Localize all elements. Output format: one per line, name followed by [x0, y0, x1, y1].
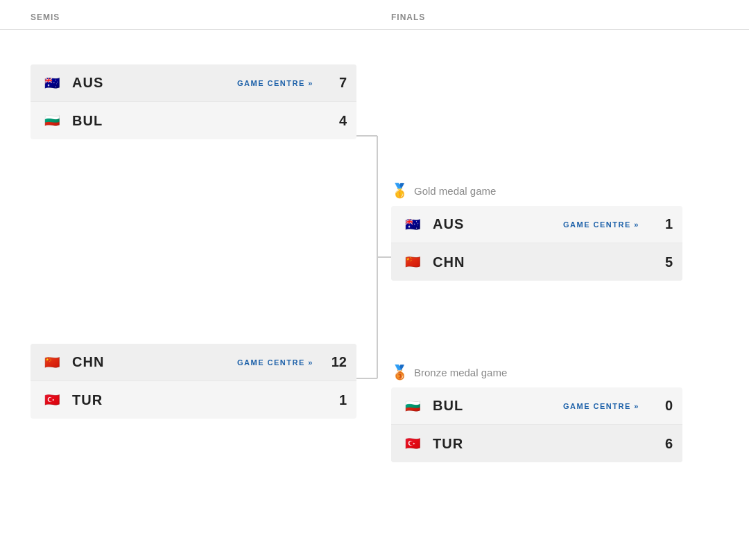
- bul-flag-2: 🇧🇬: [401, 398, 424, 414]
- semi2-team1-name: CHN: [72, 354, 237, 370]
- bronze-team1-name: BUL: [433, 398, 563, 414]
- gold-medal-icon: 🥇: [391, 182, 408, 199]
- semis-column: 🇦🇺 AUS GAME CENTRE » 7 🇧🇬 BUL 4 🇨🇳 CHN G…: [31, 30, 391, 462]
- gold-team1-name: AUS: [433, 216, 563, 232]
- semi2-team2-score: 1: [326, 392, 347, 408]
- semi2-team2-row: 🇹🇷 TUR 1: [31, 381, 356, 419]
- gold-team1-score: 1: [652, 216, 673, 232]
- bul-flag-1: 🇧🇬: [40, 112, 64, 129]
- gold-match: 🇦🇺 AUS GAME CENTRE » 1 🇨🇳 CHN 5: [391, 206, 682, 281]
- gold-team2-score: 5: [652, 254, 673, 270]
- semi1-team2-name: BUL: [72, 113, 326, 129]
- bronze-team1-score: 0: [652, 398, 673, 414]
- semi2-game-centre-link[interactable]: GAME CENTRE »: [237, 358, 313, 367]
- semi1-team1-row: 🇦🇺 AUS GAME CENTRE » 7: [31, 64, 356, 102]
- semi2-team1-score: 12: [326, 354, 347, 370]
- gold-team2-row: 🇨🇳 CHN 5: [391, 243, 682, 281]
- bronze-medal-label: 🥉 Bronze medal game: [391, 364, 718, 380]
- semis-spacer: [31, 139, 391, 344]
- bronze-team2-name: TUR: [433, 436, 652, 452]
- semi2-team2-name: TUR: [72, 392, 326, 408]
- chn-flag-1: 🇨🇳: [40, 354, 64, 371]
- semi1-team2-row: 🇧🇬 BUL 4: [31, 102, 356, 139]
- gold-medal-section: 🥇 Gold medal game 🇦🇺 AUS GAME CENTRE » 1…: [391, 182, 718, 281]
- semi1-team1-name: AUS: [72, 75, 237, 91]
- gold-team1-row: 🇦🇺 AUS GAME CENTRE » 1: [391, 206, 682, 243]
- bracket-container: 🇦🇺 AUS GAME CENTRE » 7 🇧🇬 BUL 4 🇨🇳 CHN G…: [0, 30, 749, 462]
- bronze-match: 🇧🇬 BUL GAME CENTRE » 0 🇹🇷 TUR 6: [391, 387, 682, 462]
- semi1-team2-score: 4: [326, 113, 347, 129]
- semi2-match: 🇨🇳 CHN GAME CENTRE » 12 🇹🇷 TUR 1: [31, 344, 356, 419]
- aus-flag-2: 🇦🇺: [401, 216, 424, 233]
- gold-game-centre-link[interactable]: GAME CENTRE »: [563, 220, 639, 229]
- bronze-medal-icon: 🥉: [391, 364, 408, 380]
- chn-flag-2: 🇨🇳: [401, 254, 424, 270]
- semi1-game-centre-link[interactable]: GAME CENTRE »: [237, 79, 313, 87]
- header-row: SEMIS FINALS: [0, 0, 749, 30]
- semi1-match: 🇦🇺 AUS GAME CENTRE » 7 🇧🇬 BUL 4: [31, 64, 356, 139]
- header-finals: FINALS: [391, 12, 425, 22]
- gold-team2-name: CHN: [433, 254, 652, 270]
- bronze-team2-score: 6: [652, 436, 673, 452]
- aus-flag-1: 🇦🇺: [40, 75, 64, 91]
- header-semis: SEMIS: [31, 12, 391, 22]
- bronze-team1-row: 🇧🇬 BUL GAME CENTRE » 0: [391, 387, 682, 425]
- tur-flag-2: 🇹🇷: [401, 435, 424, 452]
- gold-medal-label: 🥇 Gold medal game: [391, 182, 718, 199]
- gold-medal-text: Gold medal game: [414, 185, 496, 197]
- semi2-team1-row: 🇨🇳 CHN GAME CENTRE » 12: [31, 344, 356, 381]
- semi1-team1-score: 7: [326, 75, 347, 91]
- tur-flag-1: 🇹🇷: [40, 392, 64, 408]
- bronze-medal-text: Bronze medal game: [414, 367, 507, 378]
- finals-column: 🥇 Gold medal game 🇦🇺 AUS GAME CENTRE » 1…: [391, 30, 718, 462]
- bronze-team2-row: 🇹🇷 TUR 6: [391, 425, 682, 462]
- bronze-medal-section: 🥉 Bronze medal game 🇧🇬 BUL GAME CENTRE »…: [391, 364, 718, 462]
- bronze-game-centre-link[interactable]: GAME CENTRE »: [563, 402, 639, 410]
